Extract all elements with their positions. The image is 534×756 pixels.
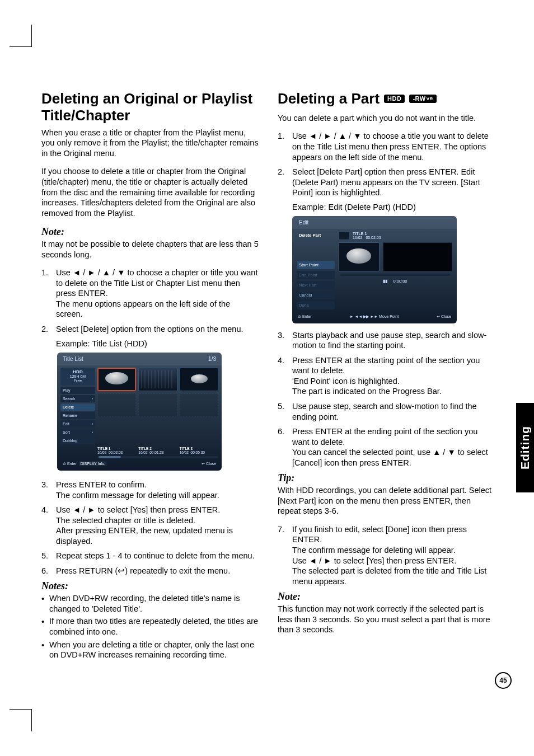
dp-menu-next[interactable]: Next Part [297,281,335,289]
left-steps-3-6: Press ENTER to confirm. The confirm mess… [41,480,259,576]
tl-menu-sort[interactable]: Sort› [60,429,95,436]
tl-top-pill: HDD 128H 6M Free [60,368,95,386]
dp-menu-start[interactable]: Start Point [297,261,335,269]
tl-top-pill-line3: Free [74,379,82,383]
note-text: It may not be possible to delete chapter… [41,239,259,260]
dp-time: 0:00:00 [393,279,407,284]
page-number: 45 [495,672,512,689]
side-tab-label: Editing [518,426,532,469]
right-steps-1-2: Use ◄ / ► / ▲ / ▼ to choose a title you … [278,131,495,198]
tl-menu-edit-label: Edit [63,422,69,426]
tl-menu-sort-label: Sort [63,430,70,434]
note-item-2: If more than two titles are repeatedly d… [41,616,259,637]
tl-top-pill-line1: HDD [73,369,82,374]
step-4: Use ◄ / ► to select [Yes] then press ENT… [41,505,259,546]
dp-menu-end[interactable]: End Point [297,271,335,279]
tl-thumb-3[interactable] [180,368,218,391]
crop-mark [10,709,32,710]
r-step-1: Use ◄ / ► / ▲ / ▼ to choose a title you … [278,131,495,162]
right-note-text: This function may not work correctly if … [278,604,495,635]
tl-menu-search-label: Search [63,397,75,401]
left-intro-2: If you choose to delete a title or chapt… [41,166,259,218]
tl-menu-delete[interactable]: Delete [60,403,95,411]
rwvr-badge-sub: VR [426,96,433,101]
right-note-heading: Note: [278,591,495,603]
rwvr-badge: -RWVR [409,95,436,103]
right-step-7: If you finish to edit, select [Done] ico… [278,524,495,586]
tl-header-title: Title List [63,356,83,362]
chevron-right-icon: › [92,397,93,401]
crop-mark [31,25,32,47]
tl-thumb-1[interactable] [97,368,136,391]
dp-info-name: TITLE 1 [353,232,367,236]
dp-footer-enter: ⊙ Enter [298,314,312,319]
step-5: Repeat steps 1 - 4 to continue to delete… [41,551,259,561]
left-steps-1-2: Use ◄ / ► / ▲ / ▼ to choose a chapter or… [41,267,259,334]
dp-progress-bar[interactable] [340,274,450,276]
left-heading: Deleting an Original or Playlist Title/C… [41,91,259,124]
tl-meta-1: TITLE 116/02 00:02:03 [97,447,136,454]
r-step-5: Use pause step, search and slow-motion t… [278,401,495,422]
dp-info-dur: 00:02:03 [366,236,381,240]
tip-heading: Tip: [278,472,495,484]
tl-menu-search[interactable]: Search› [60,395,95,402]
note-item-1: When DVD+RW recording, the deleted title… [41,593,259,614]
tl-menu-rename[interactable]: Rename [60,412,95,419]
tl-footer-close: ↩ Close [202,462,216,466]
title-list-screenshot: Title List 1/3 HDD 128H 6M Free Play Sea… [57,353,222,471]
tl-menu-dubbing[interactable]: Dubbing [60,437,95,444]
note-heading: Note: [41,226,259,238]
chevron-right-icon: › [92,430,93,434]
tip-text: With HDD recordings, you can delete addi… [278,485,495,516]
right-column: Deleting a Part HDD -RWVR You can delete… [278,91,495,664]
note-item-3: When you are deleting a title or chapter… [41,640,259,660]
tl-thumb-empty [180,393,218,417]
r-step-2: Select [Delete Part] option then press E… [278,167,495,198]
tl-thumb-2[interactable] [138,368,177,391]
pause-icon: ▮▮ [383,279,387,284]
right-steps-3-6: Starts playback and use pause step, sear… [278,330,495,468]
notes-heading: Notes: [41,580,259,592]
left-intro-1: When you erase a title or chapter from t… [41,128,259,159]
tl-thumb-empty [138,393,177,417]
left-notes-list: When DVD+RW recording, the deleted title… [41,593,259,660]
rwvr-badge-main: -RW [413,95,425,102]
tl-menu-play[interactable]: Play [60,387,95,394]
tl-top-pill-line2: 128H 6M [70,374,86,378]
step-3: Press ENTER to confirm. The confirm mess… [41,480,259,500]
tl-scrollbar[interactable] [97,456,218,458]
dp-menu-done[interactable]: Done [297,301,335,309]
tl-meta-3: TITLE 316/02 00:05:30 [180,447,218,454]
dp-header: Edit [292,216,457,229]
example-caption-right: Example: Edit (Delete Part) (HDD) [292,203,495,212]
left-column: Deleting an Original or Playlist Title/C… [41,91,259,664]
r-step-7: If you finish to edit, select [Done] ico… [278,524,495,586]
tl-footer-display: DISPLAY Info. [79,461,107,466]
tl-meta-2: TITLE 216/02 00:01:28 [138,447,177,454]
tl-footer-enter: ⊙ Enter [63,462,77,466]
right-intro: You can delete a part which you do not w… [278,113,495,124]
dp-footer-move: ► ◄◄ ▶▶ ►► Move Point [350,314,399,319]
step-2: Select [Delete] option from the options … [41,324,259,335]
dp-preview-thumb [338,242,380,271]
example-caption-left: Example: Title List (HDD) [56,339,259,348]
step-6: Press RETURN (↩) repeatedly to exit the … [41,566,259,576]
crop-mark [31,709,32,731]
dp-side-title: Delete Part [297,231,335,241]
tl-header-page: 1/3 [208,356,216,362]
tl-menu-edit[interactable]: Edit› [60,420,95,428]
hdd-badge: HDD [384,95,405,103]
dp-preview-empty [383,242,452,271]
right-heading: Deleting a Part [278,91,380,107]
r-step-4: Press ENTER at the starting point of the… [278,355,495,397]
step-1: Use ◄ / ► / ▲ / ▼ to choose a chapter or… [41,267,259,320]
dp-info-date: 16/02 [353,236,363,240]
chevron-right-icon: › [92,422,93,426]
dp-menu-cancel[interactable]: Cancel [297,291,335,299]
edit-delete-part-screenshot: Edit Delete Part Start Point End Point N… [292,216,457,323]
side-tab-editing: Editing [516,403,534,492]
r-step-3: Starts playback and use pause step, sear… [278,330,495,351]
dp-footer-close: ↩ Close [437,314,451,319]
tl-thumb-empty [97,393,136,417]
r-step-6: Press ENTER at the ending point of the s… [278,426,495,468]
